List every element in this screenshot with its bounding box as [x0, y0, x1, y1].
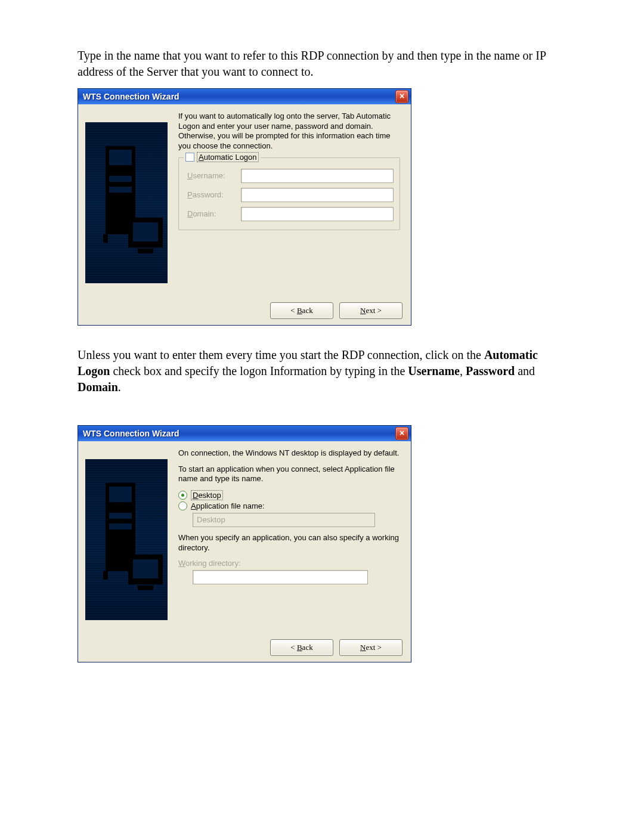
domain-label: Domain:: [187, 209, 235, 218]
intro-paragraph-1: Type in the name that you want to refer …: [78, 48, 566, 80]
window-title: WTS Connection Wizard: [83, 92, 179, 101]
svg-rect-6: [138, 249, 153, 253]
autologon-group: Automatic Logon Username: Password: Doma…: [178, 157, 400, 230]
whenspec-text: When you specify an application, you can…: [178, 533, 400, 553]
username-label: Username:: [187, 171, 235, 180]
svg-rect-15: [103, 571, 108, 580]
wizard-dialog-logon: WTS Connection Wizard × If you want to a…: [78, 88, 411, 326]
appfile-radio[interactable]: [178, 501, 187, 510]
autologon-checkbox[interactable]: [185, 153, 194, 162]
username-input[interactable]: [241, 169, 394, 183]
svg-rect-9: [109, 487, 132, 502]
server-monitor-icon: [85, 122, 168, 283]
desktop-radio-label: Desktop: [191, 490, 223, 500]
titlebar: WTS Connection Wizard ×: [78, 426, 411, 441]
wizard-description-2: To start an application when you connect…: [178, 465, 400, 484]
wizard-description: If you want to automatically log onto th…: [178, 112, 400, 151]
svg-rect-3: [109, 187, 132, 193]
svg-rect-10: [109, 513, 132, 519]
password-label: Password:: [187, 190, 235, 199]
wizard-side-graphic: [85, 459, 168, 620]
next-button[interactable]: Next >: [339, 302, 402, 319]
close-icon: ×: [400, 91, 404, 101]
wizard-description-1: On connection, the Windows NT desktop is…: [178, 448, 400, 459]
workingdir-input[interactable]: [193, 570, 368, 584]
close-button[interactable]: ×: [395, 427, 408, 440]
wizard-dialog-application: WTS Connection Wizard × On connection, t…: [78, 425, 411, 662]
server-monitor-icon: [85, 459, 168, 620]
close-icon: ×: [400, 428, 404, 438]
back-button[interactable]: < Back: [270, 639, 333, 656]
desktop-radio[interactable]: [178, 491, 187, 500]
autologon-label: Automatic Logon: [197, 152, 259, 162]
password-input[interactable]: [241, 188, 394, 202]
window-title: WTS Connection Wizard: [83, 429, 179, 438]
svg-rect-7: [103, 234, 108, 243]
appfile-input[interactable]: Desktop: [193, 513, 375, 527]
svg-rect-2: [109, 176, 132, 182]
back-button[interactable]: < Back: [270, 302, 333, 319]
next-button[interactable]: Next >: [339, 639, 402, 656]
close-button[interactable]: ×: [395, 90, 408, 103]
appfile-radio-label: Application file name:: [191, 501, 265, 510]
wizard-side-graphic: [85, 122, 168, 283]
svg-rect-1: [109, 150, 132, 165]
svg-rect-14: [138, 586, 153, 590]
workingdir-label: Working directory:: [178, 559, 400, 568]
titlebar: WTS Connection Wizard ×: [78, 89, 411, 104]
svg-rect-13: [133, 559, 158, 578]
svg-rect-5: [133, 222, 158, 241]
middle-paragraph: Unless you want to enter them every time…: [78, 347, 566, 395]
svg-rect-11: [109, 524, 132, 529]
domain-input[interactable]: [241, 207, 394, 221]
